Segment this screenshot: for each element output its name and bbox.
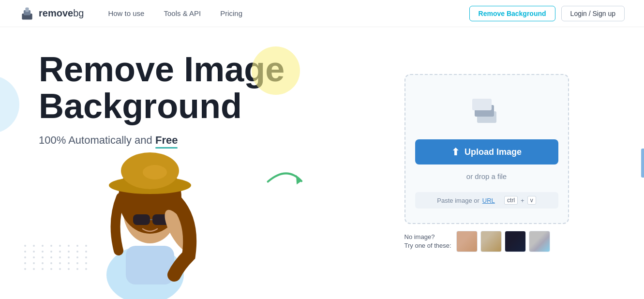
sample-thumb-2[interactable] <box>480 231 502 252</box>
hero-section: Remove Image Background 100% Automatical… <box>0 27 339 299</box>
nav-tools-api[interactable]: Tools & API <box>164 9 201 17</box>
nav-pricing[interactable]: Pricing <box>220 9 242 17</box>
nav-actions: Remove Background Login / Sign up <box>469 6 625 21</box>
logo-icon <box>19 6 35 21</box>
nav-links: How to use Tools & API Pricing <box>108 9 469 17</box>
upload-section: ⬆ Upload Image or drop a file Paste imag… <box>339 27 644 299</box>
login-signup-button[interactable]: Login / Sign up <box>561 6 625 21</box>
logo-text: removebg <box>39 8 84 19</box>
sample-label-block: No image? Try one of these: <box>404 233 451 250</box>
stack-icon <box>470 94 504 128</box>
arrow-decoration <box>266 157 310 197</box>
upload-button-label: Upload Image <box>464 147 522 157</box>
main-content: Remove Image Background 100% Automatical… <box>0 27 644 299</box>
kbd-plus-text: + <box>521 197 524 204</box>
svg-rect-2 <box>25 7 29 12</box>
woman-illustration <box>48 115 232 299</box>
remove-background-button[interactable]: Remove Background <box>469 6 555 21</box>
svg-point-9 <box>143 165 167 179</box>
navigation: removebg How to use Tools & API Pricing … <box>0 0 644 27</box>
kbd-v: v <box>527 196 536 205</box>
svg-rect-17 <box>472 99 492 110</box>
yellow-circle-decoration <box>252 46 300 95</box>
upload-arrow-icon: ⬆ <box>451 146 460 158</box>
paste-area[interactable]: Paste image or URL ctrl + v <box>415 192 558 209</box>
sample-images-row: No image? Try one of these: <box>404 231 569 252</box>
svg-rect-10 <box>133 214 150 225</box>
sample-thumb-4[interactable] <box>529 231 550 252</box>
nav-how-to-use[interactable]: How to use <box>108 9 144 17</box>
sample-thumb-1[interactable] <box>456 231 478 252</box>
paste-prefix-text: Paste image or <box>437 197 479 204</box>
no-image-text: No image? <box>404 233 451 241</box>
kbd-ctrl: ctrl <box>504 196 518 205</box>
scroll-indicator <box>641 149 644 178</box>
upload-image-button[interactable]: ⬆ Upload Image <box>415 139 558 164</box>
sample-thumbs <box>456 231 550 252</box>
paste-spacer <box>498 197 501 204</box>
upload-card: ⬆ Upload Image or drop a file Paste imag… <box>404 74 569 224</box>
paste-url-link[interactable]: URL <box>482 197 495 204</box>
blue-decoration <box>0 75 19 134</box>
try-one-text: Try one of these: <box>404 241 451 250</box>
drop-file-text: or drop a file <box>466 172 507 180</box>
logo[interactable]: removebg <box>19 6 84 21</box>
sample-thumb-3[interactable] <box>505 231 526 252</box>
svg-rect-14 <box>126 246 174 284</box>
